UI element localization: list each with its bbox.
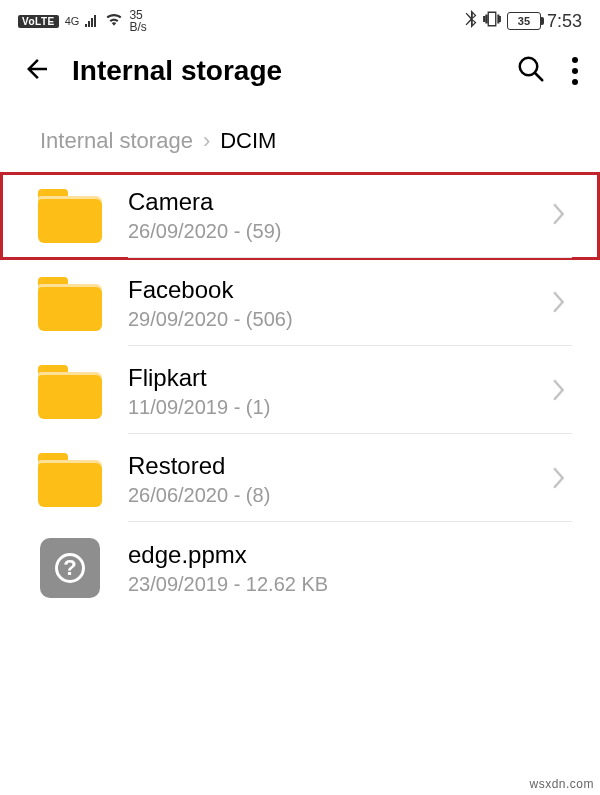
- item-name: Restored: [128, 452, 522, 480]
- chevron-right-icon: [552, 379, 566, 405]
- app-header: Internal storage: [0, 36, 600, 98]
- signal-bars-icon: [85, 15, 99, 27]
- back-button[interactable]: [22, 54, 52, 88]
- overflow-menu-button[interactable]: [572, 57, 578, 85]
- battery-icon: 35: [507, 12, 541, 30]
- chevron-right-icon: [552, 203, 566, 229]
- folder-icon: [36, 362, 104, 422]
- status-bar: VoLTE 4G 35 B/s 35 7:53: [0, 0, 600, 36]
- watermark: wsxdn.com: [529, 777, 594, 791]
- item-subtitle: 11/09/2019 - (1): [128, 396, 522, 419]
- breadcrumb-current: DCIM: [220, 128, 276, 154]
- breadcrumb: Internal storage › DCIM: [0, 98, 600, 172]
- data-rate: 35 B/s: [129, 9, 146, 33]
- file-list: Camera 26/09/2020 - (59) Facebook 29/09/…: [0, 172, 600, 612]
- chevron-right-icon: [552, 291, 566, 317]
- item-subtitle: 26/09/2020 - (59): [128, 220, 522, 243]
- list-item[interactable]: Camera 26/09/2020 - (59): [0, 172, 600, 260]
- header-actions: [516, 54, 578, 88]
- folder-icon: [36, 450, 104, 510]
- bluetooth-icon: [465, 10, 477, 32]
- item-name: Facebook: [128, 276, 522, 304]
- item-name: edge.ppmx: [128, 541, 522, 569]
- volte-badge: VoLTE: [18, 15, 59, 28]
- vibrate-icon: [483, 10, 501, 32]
- list-item[interactable]: Flipkart 11/09/2019 - (1): [0, 348, 600, 436]
- file-icon: ?: [36, 538, 104, 598]
- rate-unit: B/s: [129, 21, 146, 33]
- item-subtitle: 29/09/2020 - (506): [128, 308, 522, 331]
- folder-icon: [36, 274, 104, 334]
- page-title: Internal storage: [72, 55, 496, 87]
- search-button[interactable]: [516, 54, 546, 88]
- status-left: VoLTE 4G 35 B/s: [18, 9, 147, 33]
- item-subtitle: 26/06/2020 - (8): [128, 484, 522, 507]
- item-subtitle: 23/09/2019 - 12.62 KB: [128, 573, 522, 596]
- chevron-right-icon: ›: [203, 128, 210, 154]
- network-type: 4G: [65, 16, 80, 27]
- wifi-icon: [105, 12, 123, 30]
- chevron-right-icon: [552, 467, 566, 493]
- svg-line-1: [535, 73, 543, 81]
- clock: 7:53: [547, 11, 582, 32]
- item-name: Flipkart: [128, 364, 522, 392]
- status-right: 35 7:53: [465, 10, 582, 32]
- list-item[interactable]: ? edge.ppmx 23/09/2019 - 12.62 KB: [0, 524, 600, 612]
- list-item[interactable]: Restored 26/06/2020 - (8): [0, 436, 600, 524]
- list-item[interactable]: Facebook 29/09/2020 - (506): [0, 260, 600, 348]
- folder-icon: [36, 186, 104, 246]
- item-name: Camera: [128, 188, 522, 216]
- breadcrumb-root[interactable]: Internal storage: [40, 128, 193, 154]
